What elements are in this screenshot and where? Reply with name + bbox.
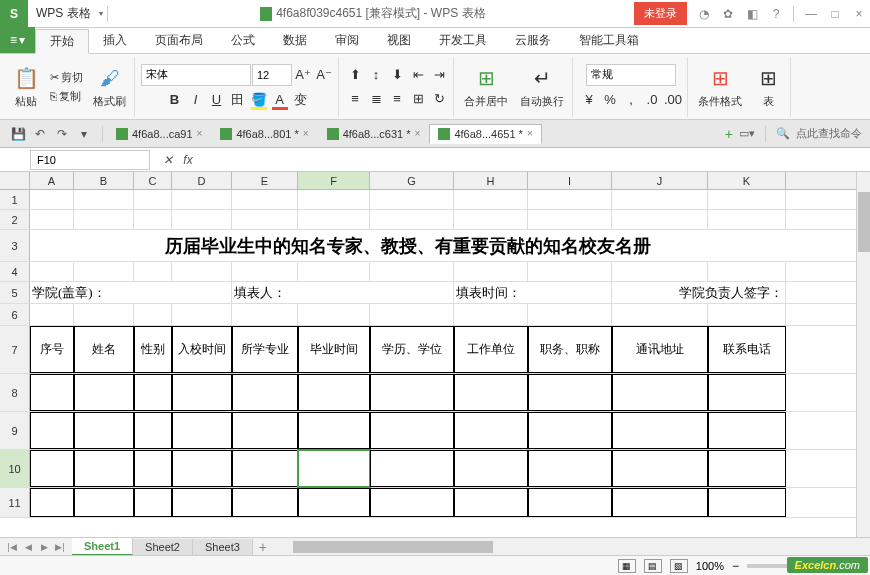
bold-button[interactable]: B (165, 90, 185, 110)
minimize-icon[interactable]: — (800, 3, 822, 25)
table-header[interactable]: 序号 (30, 326, 74, 373)
formula-input[interactable] (198, 150, 870, 170)
label-filler[interactable]: 填表人： (232, 282, 454, 303)
view-normal-icon[interactable]: ▦ (618, 559, 636, 573)
sheet-tab-2[interactable]: Sheet2 (133, 539, 193, 555)
align-right-button[interactable]: ≡ (387, 89, 407, 109)
align-bottom-button[interactable]: ⬇ (387, 65, 407, 85)
merge-center-button[interactable]: ⊞ 合并居中 (460, 62, 512, 111)
tab-view[interactable]: 视图 (373, 28, 425, 53)
tab-data[interactable]: 数据 (269, 28, 321, 53)
search-hint[interactable]: 点此查找命令 (796, 126, 862, 141)
sheet-title[interactable]: 历届毕业生中的知名专家、教授、有重要贡献的知名校友名册 (30, 230, 786, 261)
font-color-button[interactable]: A (270, 90, 290, 110)
table-header[interactable]: 职务、职称 (528, 326, 612, 373)
col-header[interactable]: H (454, 172, 528, 189)
tab-page-layout[interactable]: 页面布局 (141, 28, 217, 53)
row-header[interactable]: 11 (0, 488, 30, 517)
fx-icon[interactable]: fx (178, 150, 198, 170)
sheet-next-icon[interactable]: ▶ (36, 539, 52, 555)
save-icon[interactable]: 💾 (8, 124, 28, 144)
close-tab-icon[interactable]: × (415, 128, 421, 139)
row-header[interactable]: 4 (0, 262, 30, 281)
table-header[interactable]: 毕业时间 (298, 326, 370, 373)
row-header[interactable]: 8 (0, 374, 30, 411)
tab-home[interactable]: 开始 (35, 29, 89, 54)
font-size-select[interactable] (252, 64, 292, 86)
doc-tab-4[interactable]: 4f6a8...4651 *× (429, 124, 541, 144)
close-tab-icon[interactable]: × (303, 128, 309, 139)
col-header[interactable]: A (30, 172, 74, 189)
sheet-tab-1[interactable]: Sheet1 (72, 538, 133, 556)
search-icon[interactable]: 🔍 (776, 127, 790, 140)
align-center-button[interactable]: ≣ (366, 89, 386, 109)
sync-icon[interactable]: ◔ (693, 3, 715, 25)
settings-icon[interactable]: ✿ (717, 3, 739, 25)
sheet-first-icon[interactable]: |◀ (4, 539, 20, 555)
fill-color-button[interactable]: 🪣 (249, 90, 269, 110)
redo-icon[interactable]: ↷ (52, 124, 72, 144)
conditional-format-button[interactable]: ⊞ 条件格式 (694, 62, 746, 111)
col-header[interactable]: B (74, 172, 134, 189)
row-header[interactable]: 9 (0, 412, 30, 449)
col-header[interactable]: F (298, 172, 370, 189)
label-head-sign[interactable]: 学院负责人签字： (612, 282, 786, 303)
row-header[interactable]: 6 (0, 304, 30, 325)
doc-tab-3[interactable]: 4f6a8...c631 *× (318, 124, 430, 144)
italic-button[interactable]: I (186, 90, 206, 110)
sheet-prev-icon[interactable]: ◀ (20, 539, 36, 555)
horizontal-scrollbar[interactable] (293, 540, 870, 554)
selected-cell[interactable] (298, 450, 370, 487)
underline-button[interactable]: U (207, 90, 227, 110)
distribute-button[interactable]: ⊞ (408, 89, 428, 109)
table-header[interactable]: 所学专业 (232, 326, 298, 373)
sheet-last-icon[interactable]: ▶| (52, 539, 68, 555)
format-painter-button[interactable]: 🖌 格式刷 (89, 62, 130, 111)
border-button[interactable]: 田 (228, 90, 248, 110)
row-header[interactable]: 1 (0, 190, 30, 209)
table-header[interactable]: 联系电话 (708, 326, 786, 373)
col-header[interactable]: I (528, 172, 612, 189)
scrollbar-thumb[interactable] (858, 192, 870, 252)
cut-button[interactable]: ✂剪切 (48, 69, 85, 86)
table-header[interactable]: 性别 (134, 326, 172, 373)
view-page-icon[interactable]: ▤ (644, 559, 662, 573)
close-tab-icon[interactable]: × (197, 128, 203, 139)
row-header[interactable]: 5 (0, 282, 30, 303)
zoom-level[interactable]: 100% (696, 560, 724, 572)
currency-button[interactable]: ¥ (579, 90, 599, 110)
row-header[interactable]: 7 (0, 326, 30, 373)
zoom-out-icon[interactable]: − (732, 559, 739, 573)
name-box[interactable]: F10 (30, 150, 150, 170)
label-college[interactable]: 学院(盖章)： (30, 282, 232, 303)
tab-cloud[interactable]: 云服务 (501, 28, 565, 53)
orientation-button[interactable]: ↻ (429, 89, 449, 109)
col-header[interactable]: K (708, 172, 786, 189)
table-header[interactable]: 学历、学位 (370, 326, 454, 373)
add-sheet-icon[interactable]: + (253, 539, 273, 555)
decrease-decimal-button[interactable]: .00 (663, 90, 683, 110)
row-header[interactable]: 2 (0, 210, 30, 229)
copy-button[interactable]: ⎘复制 (48, 88, 85, 105)
row-header[interactable]: 10 (0, 450, 30, 487)
qat-more-icon[interactable]: ▾ (74, 124, 94, 144)
increase-decimal-button[interactable]: .0 (642, 90, 662, 110)
wrap-text-button[interactable]: ↵ 自动换行 (516, 62, 568, 111)
font-name-select[interactable] (141, 64, 251, 86)
table-format-button[interactable]: ⊞ 表 (750, 62, 786, 111)
increase-font-button[interactable]: A⁺ (293, 65, 313, 85)
indent-increase-button[interactable]: ⇥ (429, 65, 449, 85)
maximize-icon[interactable]: □ (824, 3, 846, 25)
select-all-corner[interactable] (0, 172, 30, 189)
table-header[interactable]: 姓名 (74, 326, 134, 373)
align-top-button[interactable]: ⬆ (345, 65, 365, 85)
new-tab-icon[interactable]: + (725, 126, 733, 142)
doc-tab-2[interactable]: 4f6a8...801 *× (211, 124, 317, 144)
comma-button[interactable]: , (621, 90, 641, 110)
row-header[interactable]: 3 (0, 230, 30, 261)
align-middle-button[interactable]: ↕ (366, 65, 386, 85)
align-left-button[interactable]: ≡ (345, 89, 365, 109)
col-header[interactable]: D (172, 172, 232, 189)
tab-formula[interactable]: 公式 (217, 28, 269, 53)
number-format-select[interactable] (586, 64, 676, 86)
